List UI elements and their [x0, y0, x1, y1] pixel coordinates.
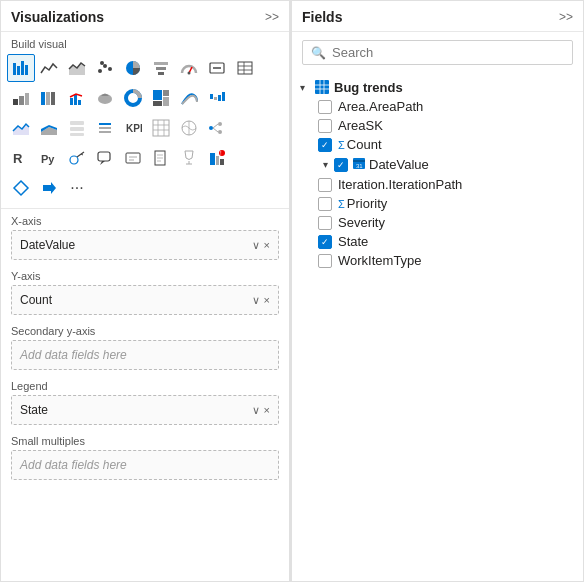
state-label: State: [338, 234, 368, 249]
clustered-bar-icon[interactable]: [7, 84, 35, 112]
waterfall-icon[interactable]: [203, 84, 231, 112]
state-checkbox[interactable]: [318, 235, 332, 249]
stacked-bar-icon[interactable]: [7, 54, 35, 82]
datevalue-chevron-icon[interactable]: ▾: [318, 159, 332, 170]
secondary-y-axis-placeholder: Add data fields here: [20, 348, 127, 362]
x-axis-field[interactable]: DateValue ∨ ×: [11, 230, 279, 260]
line-area-icon[interactable]: [7, 114, 35, 142]
fields-expand-icon[interactable]: >>: [559, 10, 573, 24]
list-item[interactable]: Σ Priority: [296, 194, 579, 213]
workitemtype-checkbox[interactable]: [318, 254, 332, 268]
priority-label: Priority: [347, 196, 387, 211]
x-axis-close-icon[interactable]: ×: [264, 239, 270, 252]
y-axis-field[interactable]: Count ∨ ×: [11, 285, 279, 315]
key-influencer-icon[interactable]: [63, 144, 91, 172]
line-chart-icon[interactable]: [35, 54, 63, 82]
legend-close-icon[interactable]: ×: [264, 404, 270, 417]
funnel-icon[interactable]: [147, 54, 175, 82]
pie-chart-icon[interactable]: [119, 54, 147, 82]
x-axis-section: X-axis DateValue ∨ ×: [1, 209, 289, 264]
kpi-icon[interactable]: KPI: [119, 114, 147, 142]
map-icon[interactable]: [175, 114, 203, 142]
matrix-icon[interactable]: [147, 114, 175, 142]
bug-trends-group-header[interactable]: ▾ Bug trends: [296, 77, 579, 97]
svg-rect-2: [21, 61, 24, 75]
y-axis-close-icon[interactable]: ×: [264, 294, 270, 307]
svg-point-5: [98, 69, 102, 73]
arrow-icon[interactable]: [35, 174, 63, 202]
svg-point-56: [209, 126, 213, 130]
svg-rect-27: [74, 95, 77, 105]
areask-checkbox[interactable]: [318, 119, 332, 133]
svg-rect-79: [220, 159, 224, 165]
list-item[interactable]: Σ Count: [296, 135, 579, 154]
r-script-icon[interactable]: R: [7, 144, 35, 172]
trophy-icon[interactable]: [175, 144, 203, 172]
legend-field-icons: ∨ ×: [252, 404, 270, 417]
svg-rect-24: [46, 92, 50, 105]
svg-point-13: [188, 72, 191, 75]
svg-rect-37: [218, 95, 221, 101]
list-item[interactable]: AreaSK: [296, 116, 579, 135]
small-multiples-field[interactable]: Add data fields here: [11, 450, 279, 480]
python-icon[interactable]: Py: [35, 144, 63, 172]
priority-checkbox[interactable]: [318, 197, 332, 211]
y-axis-chevron-icon[interactable]: ∨: [252, 294, 260, 307]
visual-row-5: ···: [7, 174, 283, 202]
legend-field[interactable]: State ∨ ×: [11, 395, 279, 425]
visual-row-4: R Py: [7, 144, 283, 172]
smart-narrative-icon[interactable]: [119, 144, 147, 172]
custom-visual-icon[interactable]: !: [203, 144, 231, 172]
list-item[interactable]: Iteration.IterationPath: [296, 175, 579, 194]
legend-label: Legend: [11, 380, 279, 392]
area-chart-icon[interactable]: [63, 54, 91, 82]
decomp-tree-icon[interactable]: [203, 114, 231, 142]
small-multiples-label: Small multiples: [11, 435, 279, 447]
table-visual-icon[interactable]: [231, 54, 259, 82]
paginated-icon[interactable]: [147, 144, 175, 172]
areask-label: AreaSK: [338, 118, 383, 133]
svg-rect-43: [70, 127, 84, 131]
fields-tree: ▾ Bug trends Area.AreaPath: [292, 73, 583, 581]
datevalue-calendar-icon: 31: [352, 156, 366, 173]
severity-checkbox[interactable]: [318, 216, 332, 230]
datevalue-checkbox[interactable]: [334, 158, 348, 172]
donut-icon[interactable]: [119, 84, 147, 112]
more-visuals-icon[interactable]: ···: [63, 174, 91, 202]
filled-map-icon[interactable]: [91, 84, 119, 112]
slicer-icon[interactable]: [91, 114, 119, 142]
ribbon-chart-icon[interactable]: [175, 84, 203, 112]
list-item[interactable]: Severity: [296, 213, 579, 232]
svg-rect-31: [153, 90, 162, 100]
scatter-icon[interactable]: [91, 54, 119, 82]
y-axis-section: Y-axis Count ∨ ×: [1, 264, 289, 319]
list-item[interactable]: ▾ 31 DateValue: [296, 154, 579, 175]
visual-icon-grid: KPI: [1, 54, 289, 209]
iteration-checkbox[interactable]: [318, 178, 332, 192]
search-box[interactable]: 🔍: [302, 40, 573, 65]
search-input[interactable]: [332, 45, 564, 60]
svg-rect-44: [70, 133, 84, 136]
svg-line-58: [213, 128, 218, 132]
x-axis-chevron-icon[interactable]: ∨: [252, 239, 260, 252]
treemap-icon[interactable]: [147, 84, 175, 112]
combo-chart-icon[interactable]: [63, 84, 91, 112]
100-stacked-bar-icon[interactable]: [35, 84, 63, 112]
visualizations-expand-icon[interactable]: >>: [265, 10, 279, 24]
stacked-area-icon[interactable]: [35, 114, 63, 142]
gauge-icon[interactable]: [175, 54, 203, 82]
visualizations-title: Visualizations: [11, 9, 104, 25]
card-icon[interactable]: [203, 54, 231, 82]
list-item[interactable]: WorkItemType: [296, 251, 579, 270]
multirow-card-icon[interactable]: [63, 114, 91, 142]
y-axis-label: Y-axis: [11, 270, 279, 282]
area-areapath-checkbox[interactable]: [318, 100, 332, 114]
secondary-y-axis-field[interactable]: Add data fields here: [11, 340, 279, 370]
count-checkbox[interactable]: [318, 138, 332, 152]
svg-rect-23: [41, 92, 45, 105]
legend-chevron-icon[interactable]: ∨: [252, 404, 260, 417]
list-item[interactable]: State: [296, 232, 579, 251]
qna-icon[interactable]: [91, 144, 119, 172]
diamond-icon[interactable]: [7, 174, 35, 202]
list-item[interactable]: Area.AreaPath: [296, 97, 579, 116]
